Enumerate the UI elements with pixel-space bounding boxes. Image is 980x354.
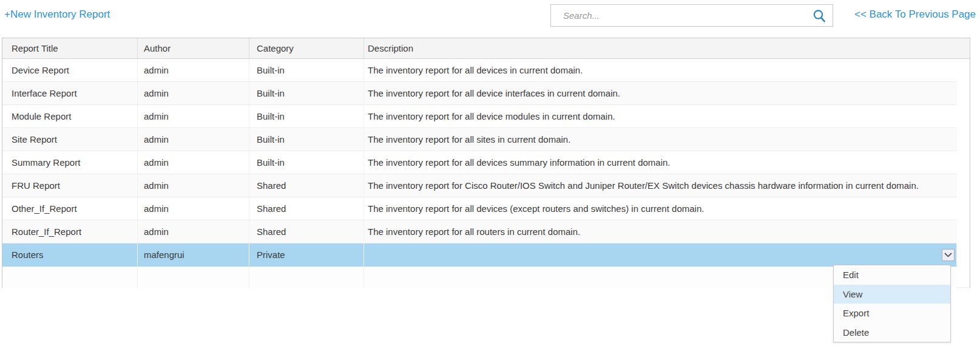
cell-description: The inventory report for all devices in …	[364, 59, 957, 81]
table-row[interactable]: Site Report admin Built-in The inventory…	[2, 128, 957, 151]
cell-author: admin	[138, 174, 249, 197]
cell-description: The inventory report for all device modu…	[364, 105, 957, 128]
cell-description: The inventory report for all sites in cu…	[364, 128, 957, 151]
table-row[interactable]: FRU Report admin Shared The inventory re…	[2, 174, 957, 197]
cell-category: Built-in	[249, 128, 364, 151]
search-input[interactable]	[551, 5, 833, 26]
table-row[interactable]: Other_If_Report admin Shared The invento…	[2, 197, 957, 220]
cell-report-title: Router_If_Report	[2, 220, 138, 243]
table-body: Device Report admin Built-in The invento…	[2, 59, 957, 267]
row-actions-dropdown-button[interactable]	[942, 249, 955, 261]
search-box	[550, 4, 833, 27]
cell-description: The inventory report for all devices (ex…	[364, 197, 957, 220]
cell-author: mafengrui	[138, 243, 249, 266]
table-row[interactable]: Summary Report admin Built-in The invent…	[2, 151, 957, 174]
cell-author: admin	[138, 151, 249, 174]
cell-category: Shared	[249, 197, 364, 220]
context-menu-item-view[interactable]: View	[834, 285, 950, 304]
column-header-author[interactable]: Author	[138, 38, 249, 58]
column-header-description[interactable]: Description	[364, 38, 970, 58]
table-row[interactable]: Module Report admin Built-in The invento…	[2, 105, 957, 128]
cell-author: admin	[138, 82, 249, 104]
cell-category: Built-in	[249, 59, 364, 81]
table-row[interactable]: Interface Report admin Built-in The inve…	[2, 82, 957, 105]
cell-report-title: Device Report	[2, 59, 138, 81]
cell-category: Shared	[249, 174, 364, 197]
cell-category: Built-in	[249, 105, 364, 128]
cell-description	[364, 243, 957, 266]
table-empty-row	[2, 267, 957, 288]
back-to-previous-page-link[interactable]: << Back To Previous Page	[854, 9, 976, 21]
cell-report-title: Summary Report	[2, 151, 138, 174]
chevron-down-icon	[944, 253, 952, 257]
cell-description: The inventory report for Cisco Router/IO…	[364, 174, 957, 197]
column-header-category[interactable]: Category	[249, 38, 364, 58]
search-icon[interactable]	[812, 9, 826, 23]
context-menu-item-edit[interactable]: Edit	[834, 265, 950, 285]
column-header-report-title[interactable]: Report Title	[2, 38, 138, 58]
cell-report-title: Module Report	[2, 105, 138, 128]
table-header-row: Report Title Author Category Description	[2, 38, 970, 59]
cell-category: Shared	[249, 220, 364, 243]
cell-author: admin	[138, 197, 249, 220]
table-row[interactable]: Device Report admin Built-in The invento…	[2, 59, 957, 82]
cell-report-title: Interface Report	[2, 82, 138, 104]
inventory-report-table: Report Title Author Category Description…	[2, 38, 970, 288]
cell-author: admin	[138, 128, 249, 151]
cell-category: Built-in	[249, 151, 364, 174]
cell-author: admin	[138, 105, 249, 128]
cell-report-title: FRU Report	[2, 174, 138, 197]
cell-report-title: Routers	[2, 243, 138, 266]
new-inventory-report-link[interactable]: +New Inventory Report	[4, 9, 110, 21]
row-context-menu: EditViewExportDelete	[833, 265, 951, 342]
cell-description: The inventory report for all devices sum…	[364, 151, 957, 174]
cell-author: admin	[138, 59, 249, 81]
cell-category: Private	[249, 243, 364, 266]
cell-author: admin	[138, 220, 249, 243]
cell-category: Built-in	[249, 82, 364, 104]
table-row[interactable]: Router_If_Report admin Shared The invent…	[2, 220, 957, 243]
cell-report-title: Other_If_Report	[2, 197, 138, 220]
table-row-selected[interactable]: Routers mafengrui Private	[2, 243, 957, 267]
context-menu-item-delete[interactable]: Delete	[834, 323, 950, 342]
cell-description: The inventory report for all device inte…	[364, 82, 957, 104]
cell-description: The inventory report for all routers in …	[364, 220, 957, 243]
cell-report-title: Site Report	[2, 128, 138, 151]
context-menu-item-export[interactable]: Export	[834, 304, 950, 323]
